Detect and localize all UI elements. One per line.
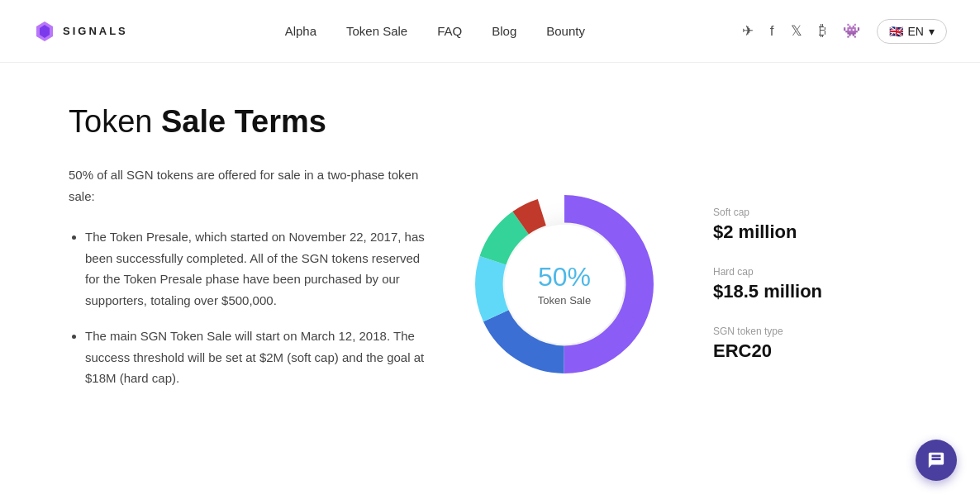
list-item: The main SGN Token Sale will start on Ma…: [85, 326, 432, 389]
stat-softcap-label: Soft cap: [713, 207, 911, 218]
text-section: 50% of all SGN tokens are offered for sa…: [69, 164, 432, 404]
stats-section: Soft cap $2 million Hard cap $18.5 milli…: [697, 207, 911, 362]
stat-tokentype-label: SGN token type: [713, 326, 911, 337]
stat-tokentype: SGN token type ERC20: [713, 326, 911, 362]
chart-section: 50% Token Sale: [465, 185, 664, 383]
nav-bounty[interactable]: Bounty: [546, 24, 585, 38]
logo[interactable]: SIGNALS: [33, 20, 128, 43]
stat-softcap: Soft cap $2 million: [713, 207, 911, 243]
donut-center: 50% Token Sale: [538, 262, 591, 307]
logo-text: SIGNALS: [63, 25, 128, 37]
chevron-down-icon: ▾: [929, 25, 935, 38]
telegram-icon[interactable]: ✈: [742, 22, 754, 40]
intro-text: 50% of all SGN tokens are offered for sa…: [69, 164, 432, 207]
donut-label: Token Sale: [538, 294, 591, 307]
donut-chart: 50% Token Sale: [465, 185, 664, 383]
nav-alpha[interactable]: Alpha: [285, 24, 316, 38]
flag-icon: 🇬🇧: [889, 25, 903, 38]
stat-tokentype-value: ERC20: [713, 340, 911, 362]
content-grid: 50% of all SGN tokens are offered for sa…: [69, 164, 911, 404]
nav-links: Alpha Token Sale FAQ Blog Bounty: [285, 24, 585, 38]
stat-hardcap: Hard cap $18.5 million: [713, 266, 911, 302]
page-title: Token Sale Terms: [69, 104, 911, 140]
navigation: SIGNALS Alpha Token Sale FAQ Blog Bounty…: [0, 0, 980, 63]
nav-faq[interactable]: FAQ: [437, 24, 462, 38]
lang-label: EN: [908, 25, 924, 38]
nav-token-sale[interactable]: Token Sale: [346, 24, 407, 38]
twitter-icon[interactable]: 𝕏: [791, 22, 802, 40]
nav-blog[interactable]: Blog: [492, 24, 516, 38]
bitcoin-icon[interactable]: ₿: [819, 23, 826, 40]
nav-right: ✈ f 𝕏 ₿ 👾 🇬🇧 EN ▾: [742, 19, 947, 44]
reddit-icon[interactable]: 👾: [843, 22, 860, 40]
facebook-icon[interactable]: f: [770, 23, 774, 40]
donut-percent: 50%: [538, 262, 591, 292]
title-light: Token: [69, 104, 161, 139]
list-item: The Token Presale, which started on Nove…: [85, 226, 432, 311]
title-bold: Sale Terms: [161, 104, 326, 139]
stat-softcap-value: $2 million: [713, 221, 911, 243]
stat-hardcap-value: $18.5 million: [713, 281, 911, 302]
main-content: Token Sale Terms 50% of all SGN tokens a…: [36, 63, 944, 445]
bullet-list: The Token Presale, which started on Nove…: [69, 226, 432, 389]
stat-hardcap-label: Hard cap: [713, 266, 911, 278]
language-selector[interactable]: 🇬🇧 EN ▾: [877, 19, 947, 44]
